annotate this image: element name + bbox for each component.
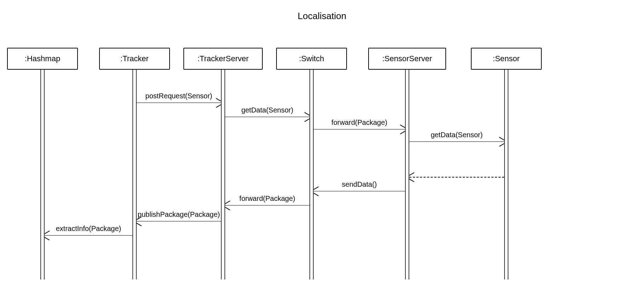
message-arrow — [409, 177, 504, 178]
participant-sensorserver: :SensorServer — [368, 48, 446, 70]
participant-label: :Hashmap — [25, 54, 60, 63]
message-label: forward(Package) — [331, 118, 387, 127]
diagram-title: Localisation — [0, 11, 644, 22]
message-label: sendData() — [342, 180, 377, 189]
message-arrow — [137, 221, 221, 221]
lifeline-trackerserver — [221, 70, 225, 279]
participant-label: :Sensor — [493, 54, 520, 63]
message-arrow — [314, 129, 405, 129]
message-label: extractInfo(Package) — [56, 225, 121, 233]
lifeline-tracker — [132, 70, 137, 279]
participant-hashmap: :Hashmap — [7, 48, 78, 70]
message-arrow — [225, 205, 309, 205]
message-label: publishPackage(Package) — [138, 210, 220, 219]
message-arrow — [409, 141, 504, 142]
participant-label: :Tracker — [120, 54, 149, 63]
lifeline-switch — [309, 70, 314, 279]
participant-label: :Switch — [299, 54, 324, 63]
participant-trackerserver: :TrackerServer — [183, 48, 263, 70]
lifeline-sensor — [504, 70, 508, 279]
participant-label: :TrackerServer — [198, 54, 249, 63]
participant-label: :SensorServer — [382, 54, 432, 63]
message-arrow — [45, 235, 132, 236]
message-label: getData(Sensor) — [241, 106, 293, 114]
message-label: getData(Sensor) — [431, 131, 483, 139]
participant-switch: :Switch — [276, 48, 347, 70]
participant-tracker: :Tracker — [99, 48, 170, 70]
lifeline-sensorserver — [405, 70, 409, 279]
lifeline-hashmap — [40, 70, 45, 279]
message-label: postRequest(Sensor) — [146, 92, 212, 100]
message-arrow — [225, 117, 309, 117]
message-label: forward(Package) — [239, 195, 295, 203]
message-arrow — [314, 191, 405, 191]
participant-sensor: :Sensor — [471, 48, 542, 70]
message-arrow — [137, 103, 221, 103]
